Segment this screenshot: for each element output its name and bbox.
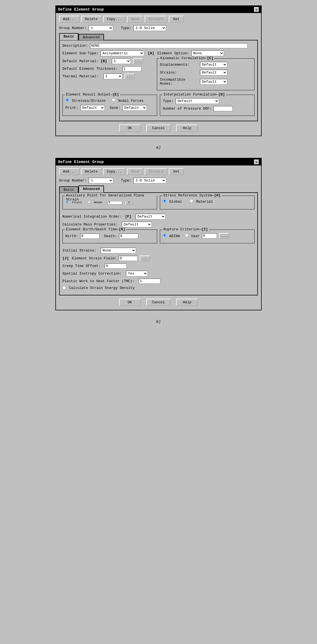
- birth-rupture-section-b: Element Birth/Death Time—[G] Birth: 0 De…: [62, 229, 255, 246]
- global-radio-b[interactable]: [163, 199, 166, 203]
- thickness-label-a: Default Element Thickness:: [62, 67, 118, 71]
- user-value-input-b[interactable]: 0: [202, 233, 217, 238]
- type-label-b: Type:: [121, 178, 131, 183]
- dialog-a: Define Element Group ✕ Add... Delete Cop…: [55, 5, 262, 136]
- thermal-material-row-a: Thermal Material: 1 ...: [62, 74, 154, 79]
- strains-select-a[interactable]: Default: [200, 70, 227, 75]
- calculate-mass-label-b: Calculate Mass Properties:: [62, 222, 118, 227]
- group-number-select-b[interactable]: 1: [89, 178, 113, 183]
- caption-b: b): [156, 320, 161, 324]
- element-option-select-a[interactable]: None: [191, 50, 224, 56]
- numerical-order-label-b: Numerical Integration Order:: [62, 215, 122, 219]
- pressure-dof-input-a[interactable]: [214, 106, 233, 111]
- element-result-group-a: Element Result Output—[E] Stresses/Strai…: [62, 95, 157, 116]
- delete-button-a[interactable]: Delete: [81, 16, 102, 23]
- plastic-work-label-b: Plastic Work to Heat Factor (TMC):: [62, 279, 134, 283]
- save-button-a[interactable]: Save: [127, 16, 143, 23]
- ok-button-a[interactable]: OK: [119, 125, 141, 132]
- interp-type-row-a: Type: Default: [163, 98, 252, 104]
- material-kinematic-section-a: Default Material: [B] 1 ... Default Elem…: [62, 58, 255, 93]
- death-label-b: Death:: [104, 234, 117, 238]
- tab-basic-b[interactable]: Basic: [59, 186, 78, 193]
- creep-offset-input-b[interactable]: 0: [105, 263, 126, 269]
- thickness-input-a[interactable]: 1: [122, 66, 141, 71]
- initial-strains-select-b[interactable]: None: [101, 248, 136, 253]
- thermal-material-label-a: Thermal Material:: [62, 74, 99, 78]
- subtype-select-a[interactable]: Axisymmetric: [101, 50, 144, 56]
- user-ellipsis-b[interactable]: ...: [219, 233, 229, 239]
- copy-button-b[interactable]: Copy...: [103, 168, 126, 175]
- user-radio-b[interactable]: [185, 234, 188, 237]
- nodal-radio-a[interactable]: [112, 98, 115, 102]
- group-number-select-a[interactable]: 1: [89, 25, 113, 31]
- adina-radio-b[interactable]: [163, 234, 166, 237]
- plastic-work-input-b[interactable]: 1: [139, 279, 160, 284]
- thermal-ellipsis-a[interactable]: ...: [125, 74, 135, 79]
- group-number-label-a: Group Number:: [59, 26, 87, 30]
- creep-offset-row-b: Creep Time Offset: 0: [62, 263, 255, 269]
- kinematic-group-a: Kinematic Formulation—[C] Displacements:…: [157, 58, 255, 90]
- help-button-b[interactable]: Help: [176, 299, 198, 306]
- birth-input-b[interactable]: 0: [80, 234, 99, 239]
- group-number-label-b: Group Number:: [59, 178, 87, 183]
- numerical-order-select-b[interactable]: Default: [136, 214, 166, 219]
- interpolation-group-a: Interpolation Formulation—[D] Type: Defa…: [160, 95, 255, 116]
- spatial-isotropy-select-b[interactable]: Yes: [126, 271, 148, 276]
- initial-strains-row-b: Initial Strains: None: [62, 248, 255, 253]
- tab-advanced-b[interactable]: Advanced: [78, 186, 104, 193]
- discard-button-b[interactable]: Discard: [145, 168, 167, 175]
- bottom-buttons-a: OK Cancel Help: [59, 125, 258, 132]
- cancel-button-b[interactable]: Cancel: [146, 299, 171, 306]
- aux-stress-section-b: Auxiliary Point for Generalized Plane St…: [62, 196, 255, 212]
- set-button-b[interactable]: Set: [169, 168, 184, 175]
- type-select-a[interactable]: 2-D Solid: [134, 25, 166, 31]
- ok-button-b[interactable]: OK: [119, 299, 141, 306]
- incompatible-select-a[interactable]: Default: [200, 79, 227, 85]
- save-select-a[interactable]: Default: [122, 105, 147, 111]
- nodal-radio-label-a: Nodal Forces: [112, 98, 144, 103]
- death-input-b[interactable]: 0: [119, 234, 138, 239]
- tab-content-a: Description: NONE Element Sub-Type: Axis…: [59, 40, 258, 121]
- title-bar-a: Define Element Group ✕: [56, 6, 261, 13]
- calculate-mass-select-b[interactable]: Default: [122, 222, 152, 227]
- stresses-radio-a[interactable]: [65, 98, 69, 102]
- adina-user-row-b: ADINA User 0 ...: [163, 233, 252, 239]
- set-button-a[interactable]: Set: [169, 16, 184, 23]
- element-option-label-a: Element Option:: [157, 51, 189, 55]
- type-select-b[interactable]: 2-D Solid: [134, 178, 166, 183]
- displacements-select-a[interactable]: Default: [200, 62, 227, 68]
- cancel-button-a[interactable]: Cancel: [146, 125, 171, 132]
- birth-death-group-b: Element Birth/Death Time—[G] Birth: 0 De…: [62, 229, 157, 243]
- interp-type-select-a[interactable]: Default: [176, 98, 219, 104]
- save-button-b[interactable]: Save: [127, 168, 143, 175]
- strain-energy-label-b: Calculate Strain Energy Density: [69, 286, 135, 290]
- delete-button-b[interactable]: Delete: [81, 168, 102, 175]
- default-material-select-a[interactable]: 1: [112, 58, 131, 64]
- tab-advanced-a[interactable]: Advanced: [78, 34, 104, 40]
- material-radio-b[interactable]: [190, 199, 193, 203]
- tab-basic-a[interactable]: Basic: [59, 33, 78, 40]
- material-ellipsis-a[interactable]: ...: [133, 58, 143, 64]
- displacements-row-a: Displacements: Default: [160, 62, 252, 68]
- print-select-a[interactable]: Default: [80, 105, 105, 111]
- copy-button-a[interactable]: Copy...: [103, 16, 126, 23]
- strain-ellipsis-b[interactable]: ...: [140, 256, 150, 261]
- add-button-b[interactable]: Add...: [59, 168, 80, 175]
- toolbar-a: Add... Delete Copy... Save Discard Set: [59, 16, 258, 23]
- description-input-a[interactable]: NONE: [90, 43, 248, 48]
- pressure-dof-label-a: Number of Pressure DOF:: [163, 107, 211, 111]
- close-button-a[interactable]: ✕: [254, 7, 259, 12]
- strain-energy-checkbox-b[interactable]: [62, 286, 66, 290]
- thermal-material-select-a[interactable]: 1: [103, 74, 122, 79]
- help-button-a[interactable]: Help: [176, 125, 198, 132]
- strain-energy-row-b: Calculate Strain Energy Density: [62, 286, 255, 290]
- kinematic-title-a: Kinematic Formulation—[C]: [159, 56, 214, 60]
- close-button-b[interactable]: ✕: [254, 160, 259, 164]
- result-interpolation-section-a: Element Result Output—[E] Stresses/Strai…: [62, 95, 255, 118]
- element-strain-input-b[interactable]: 0: [119, 256, 138, 261]
- group-type-row-a: Group Number: 1 Type: 2-D Solid: [59, 25, 258, 31]
- discard-button-a[interactable]: Discard: [145, 16, 167, 23]
- birth-death-title-b: Element Birth/Death Time—[G]: [65, 227, 126, 231]
- interpolation-title-a: Interpolation Formulation—[D]: [162, 93, 226, 97]
- add-button-a[interactable]: Add...: [59, 16, 80, 23]
